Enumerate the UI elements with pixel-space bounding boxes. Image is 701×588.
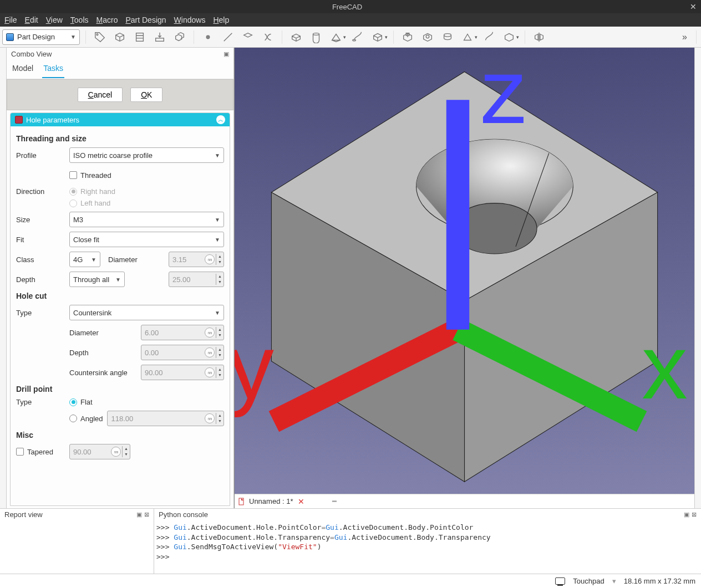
window-close-icon[interactable]: ✕ [690, 2, 697, 11]
dock-close-icon[interactable]: ⊠ [692, 511, 697, 518]
threaded-checkbox[interactable]: Threaded [69, 171, 111, 180]
additive-prim-dropdown[interactable]: ▾ [369, 29, 388, 45]
sub-box-icon[interactable] [501, 29, 517, 45]
report-title: Report view [4, 510, 43, 519]
separator [85, 30, 86, 44]
mirror-icon[interactable] [531, 29, 547, 45]
pad-icon[interactable] [288, 29, 304, 45]
drag-handle-icon[interactable]: ━ [332, 497, 338, 505]
menu-file[interactable]: File [4, 16, 17, 24]
point-icon[interactable] [200, 29, 216, 45]
menu-tools[interactable]: Tools [70, 16, 89, 24]
fit-label: Fit [16, 236, 65, 244]
additive-pipe-icon[interactable] [349, 29, 366, 45]
axis-gizmo: y x z [235, 48, 688, 484]
depth-mode-select[interactable]: Through all ▼ [69, 272, 125, 287]
sheet-icon[interactable] [131, 29, 148, 45]
tab-model[interactable]: Model [11, 60, 34, 78]
menu-view[interactable]: View [46, 16, 63, 24]
pocket-icon[interactable] [399, 29, 416, 45]
titlebar: FreeCAD ✕ [0, 0, 701, 13]
dimensions-readout: 18.16 mm x 17.32 mm [624, 577, 695, 585]
menu-macro[interactable]: Macro [96, 16, 118, 24]
menu-help[interactable]: Help [213, 16, 229, 24]
dock-close-icon[interactable]: ⊠ [144, 511, 149, 518]
chevron-down-icon: ▼ [215, 217, 220, 223]
drillpoint-angled[interactable]: Angled [69, 415, 103, 423]
chevron-down-icon: ▼ [215, 152, 220, 158]
dock-float-icon[interactable]: ▣ [136, 511, 142, 518]
sub-pipe-icon[interactable] [481, 29, 497, 45]
cancel-button[interactable]: Cancel [78, 88, 123, 102]
svg-point-8 [444, 33, 451, 37]
tag-icon[interactable] [92, 29, 108, 45]
radio-icon [69, 188, 77, 196]
unit-icon: ㎚ [111, 447, 121, 457]
size-select[interactable]: M3 ▼ [69, 212, 224, 227]
sub-prim-dropdown[interactable]: ▾ [501, 29, 519, 45]
tab-tasks[interactable]: Tasks [42, 60, 64, 78]
additive-box-icon[interactable] [369, 29, 386, 45]
panel-header[interactable]: Hole parameters ︽ [11, 113, 230, 126]
revolve-icon[interactable] [308, 29, 324, 45]
close-icon[interactable]: ✕ [298, 497, 304, 506]
left-dock-strip [0, 48, 7, 508]
groove-icon[interactable] [439, 29, 456, 45]
additive-dropdown[interactable]: ▾ [328, 29, 346, 45]
separator [194, 30, 194, 44]
document-tab[interactable]: Unnamed : 1* ✕ ━ [235, 494, 694, 508]
drillpoint-flat[interactable]: Flat [69, 398, 224, 406]
menu-edit[interactable]: Edit [25, 16, 38, 24]
nav-style[interactable]: Touchpad [573, 577, 604, 585]
chevron-down-icon: ▾ [516, 34, 519, 40]
tapered-checkbox[interactable]: Tapered [16, 448, 65, 456]
separator [393, 30, 394, 44]
plane-icon[interactable] [240, 29, 256, 45]
sub-loft-icon[interactable] [459, 29, 476, 45]
profile-select[interactable]: ISO metric coarse profile ▼ [69, 147, 224, 163]
menu-partdesign[interactable]: Part Design [125, 16, 166, 24]
toolbar-overflow-icon[interactable]: » [679, 32, 690, 42]
chevron-down-icon: ▼ [91, 257, 96, 263]
import-icon[interactable] [151, 29, 168, 45]
hole-icon[interactable] [419, 29, 436, 45]
3d-view[interactable]: y x z [235, 48, 694, 494]
line-icon[interactable] [220, 29, 236, 45]
combo-tabs: Model Tasks [7, 60, 233, 79]
statusbar: Touchpad ▾ 18.16 mm x 17.32 mm [0, 574, 701, 588]
clone-icon[interactable] [171, 29, 188, 45]
svg-point-4 [313, 33, 319, 35]
pyconsole-body[interactable]: >>> Gui.ActiveDocument.Hole.PointColor=G… [154, 520, 701, 574]
report-view: Report view ▣ ⊠ [0, 509, 154, 574]
combo-view: Combo View ▣ Model Tasks Cancel OK Hole … [7, 48, 234, 508]
separator [525, 30, 525, 44]
unit-icon: ㎚ [205, 328, 215, 338]
svg-line-15 [274, 330, 458, 422]
workbench-selector[interactable]: Part Design ▼ [2, 29, 80, 45]
fit-select[interactable]: Close fit ▼ [69, 232, 224, 247]
svg-rect-1 [136, 33, 144, 41]
ok-button[interactable]: OK [130, 88, 162, 102]
dock-float-icon[interactable]: ▣ [684, 511, 689, 518]
shapebinder-icon[interactable] [260, 29, 276, 45]
svg-point-0 [96, 34, 98, 35]
bottom-panes: Report view ▣ ⊠ Python console ▣ ⊠ >>> G… [0, 508, 701, 574]
profile-label: Profile [16, 151, 65, 160]
unit-icon: ㎚ [205, 347, 215, 357]
menu-windows[interactable]: Windows [174, 16, 206, 24]
tapered-spinner: 90.00 ㎚ ▲▼ [69, 444, 130, 459]
collapse-icon[interactable]: ︽ [216, 115, 225, 124]
hc-type-select[interactable]: Countersink ▼ [69, 305, 224, 320]
chevron-down-icon: ▾ [385, 34, 388, 40]
right-dock-strip [694, 48, 701, 508]
additive-loft-icon[interactable] [328, 29, 344, 45]
dock-options-icon[interactable]: ▣ [223, 50, 229, 58]
report-body[interactable] [0, 520, 154, 574]
size-label: Size [16, 216, 65, 224]
class-select[interactable]: 4G ▼ [69, 252, 100, 267]
sub-loft-dropdown[interactable]: ▾ [459, 29, 478, 45]
cube-wire-icon[interactable] [111, 29, 128, 45]
svg-text:z: z [481, 48, 527, 142]
class-label: Class [16, 255, 65, 264]
checkbox-icon [16, 448, 24, 456]
